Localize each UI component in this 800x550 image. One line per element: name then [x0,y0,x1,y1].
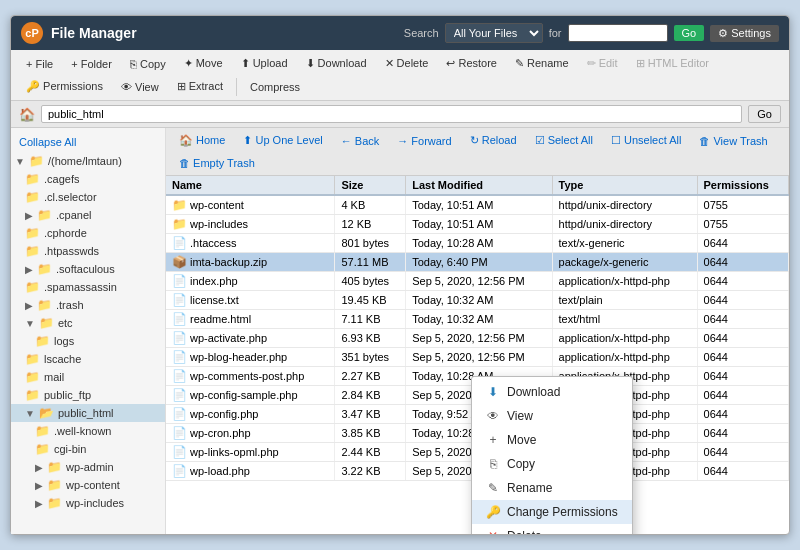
file-type-icon: 📄 [172,293,187,307]
new-folder-button[interactable]: + Folder [64,55,119,73]
sidebar-item-public-html[interactable]: ▼ 📂 public_html [11,404,165,422]
sidebar-item-logs[interactable]: 📁 logs [11,332,165,350]
file-modified-cell: Sep 5, 2020, 12:56 PM [406,348,552,367]
table-row[interactable]: 📁wp-content 4 KB Today, 10:51 AM httpd/u… [166,195,789,215]
html-editor-button[interactable]: ⊞ HTML Editor [629,54,716,73]
settings-button[interactable]: ⚙ Settings [710,25,779,42]
folder-icon: 📁 [25,172,40,186]
home-icon: 🏠 [19,107,35,122]
search-scope-select[interactable]: All Your Files This Directory [445,23,543,43]
ctx-download[interactable]: ⬇ Download [472,380,632,404]
compress-button[interactable]: Compress [243,78,307,96]
sidebar-item-cphorde[interactable]: 📁 .cphorde [11,224,165,242]
extract-button[interactable]: ⊞ Extract [170,77,230,96]
sidebar-item-mail[interactable]: 📁 mail [11,368,165,386]
sidebar-item-wp-content[interactable]: ▶ 📁 wp-content [11,476,165,494]
ctx-move[interactable]: + Move [472,428,632,452]
copy-icon: ⎘ [486,457,500,471]
ctx-copy[interactable]: ⎘ Copy [472,452,632,476]
ctx-rename[interactable]: ✎ Rename [472,476,632,500]
sidebar-item-cgi-bin[interactable]: 📁 cgi-bin [11,440,165,458]
table-row[interactable]: 📄wp-blog-header.php 351 bytes Sep 5, 202… [166,348,789,367]
col-modified[interactable]: Last Modified [406,176,552,195]
col-size[interactable]: Size [335,176,406,195]
sidebar-item-lscache[interactable]: 📁 lscache [11,350,165,368]
view-trash-button[interactable]: 🗑 View Trash [692,132,774,150]
file-size-cell: 351 bytes [335,348,406,367]
sidebar-item-softaculous[interactable]: ▶ 📁 .softaculous [11,260,165,278]
path-input[interactable] [41,105,742,123]
new-file-button[interactable]: + File [19,55,60,73]
sidebar-item-trash[interactable]: ▶ 📁 .trash [11,296,165,314]
col-perms[interactable]: Permissions [697,176,788,195]
table-row[interactable]: 📄index.php 405 bytes Sep 5, 2020, 12:56 … [166,272,789,291]
table-row[interactable]: 📄wp-activate.php 6.93 KB Sep 5, 2020, 12… [166,329,789,348]
ctx-change-permissions[interactable]: 🔑 Change Permissions [472,500,632,524]
table-row[interactable]: 📄.htaccess 801 bytes Today, 10:28 AM tex… [166,234,789,253]
sidebar-item-public-ftp[interactable]: 📁 public_ftp [11,386,165,404]
back-button[interactable]: ← Back [334,132,387,150]
search-input[interactable] [568,24,668,42]
folder-icon: 📁 [25,352,40,366]
ctx-delete[interactable]: ✕ Delete [472,524,632,534]
file-perms-cell: 0755 [697,195,788,215]
home-nav-button[interactable]: 🏠 Home [172,131,232,150]
table-row[interactable]: 📦imta-backup.zip 57.11 MB Today, 6:40 PM… [166,253,789,272]
sidebar-item-well-known[interactable]: 📁 .well-known [11,422,165,440]
move-button[interactable]: ✦ Move [177,54,230,73]
folder-icon: 📁 [35,424,50,438]
file-name-cell: 📄.htaccess [166,234,335,253]
permissions-icon: 🔑 [486,505,500,519]
table-row[interactable]: 📄readme.html 7.11 KB Today, 10:32 AM tex… [166,310,789,329]
restore-button[interactable]: ↩ Restore [439,54,504,73]
select-all-button[interactable]: ☑ Select All [528,131,600,150]
header-bar: cP File Manager Search All Your Files Th… [11,16,789,50]
file-name-cell: 📄wp-config-sample.php [166,386,335,405]
forward-button[interactable]: → Forward [390,132,458,150]
file-name-cell: 📄wp-activate.php [166,329,335,348]
folder-icon: 📁 [35,442,50,456]
header-right: Search All Your Files This Directory for… [404,23,779,43]
copy-button[interactable]: ⎘ Copy [123,55,173,73]
ctx-rename-label: Rename [507,481,552,495]
toolbar-separator [236,78,237,96]
sidebar-item-cagefs[interactable]: 📁 .cagefs [11,170,165,188]
path-go-button[interactable]: Go [748,105,781,123]
permissions-button[interactable]: 🔑 Permissions [19,77,110,96]
unselect-all-button[interactable]: ☐ Unselect All [604,131,689,150]
sidebar-item-cl-selector[interactable]: 📁 .cl.selector [11,188,165,206]
sidebar-item-htpasswds[interactable]: 📁 .htpasswds [11,242,165,260]
sidebar-item-label: .cagefs [44,173,79,185]
file-name-cell: 📄index.php [166,272,335,291]
up-one-level-button[interactable]: ⬆ Up One Level [236,131,329,150]
sidebar-item-wp-includes[interactable]: ▶ 📁 wp-includes [11,494,165,512]
table-row[interactable]: 📄license.txt 19.45 KB Today, 10:32 AM te… [166,291,789,310]
delete-button[interactable]: ✕ Delete [378,54,436,73]
col-type[interactable]: Type [552,176,697,195]
reload-button[interactable]: ↻ Reload [463,131,524,150]
sidebar-item-root[interactable]: ▼ 📁 /(home/lmtaun) [11,152,165,170]
view-button[interactable]: 👁 View [114,78,166,96]
sidebar-item-cpanel[interactable]: ▶ 📁 .cpanel [11,206,165,224]
upload-button[interactable]: ⬆ Upload [234,54,295,73]
folder-icon: 📁 [47,496,62,510]
ctx-view[interactable]: 👁 View [472,404,632,428]
download-button[interactable]: ⬇ Download [299,54,374,73]
col-name[interactable]: Name [166,176,335,195]
file-type-cell: package/x-generic [552,253,697,272]
sidebar-item-etc[interactable]: ▼ 📁 etc [11,314,165,332]
sidebar-item-spamassassin[interactable]: 📁 .spamassassin [11,278,165,296]
sidebar-item-label: .cpanel [56,209,91,221]
sidebar-item-label: lscache [44,353,81,365]
collapse-all-button[interactable]: Collapse All [11,132,165,152]
edit-button[interactable]: ✏ Edit [580,54,625,73]
table-row[interactable]: 📁wp-includes 12 KB Today, 10:51 AM httpd… [166,215,789,234]
sidebar-item-wp-admin[interactable]: ▶ 📁 wp-admin [11,458,165,476]
ctx-permissions-label: Change Permissions [507,505,618,519]
folder-icon: 📁 [47,478,62,492]
search-go-button[interactable]: Go [674,25,705,41]
ctx-download-label: Download [507,385,560,399]
empty-trash-button[interactable]: 🗑 Empty Trash [172,154,262,172]
toolbar: + File + Folder ⎘ Copy ✦ Move ⬆ Upload ⬇… [11,50,789,101]
rename-button[interactable]: ✎ Rename [508,54,576,73]
